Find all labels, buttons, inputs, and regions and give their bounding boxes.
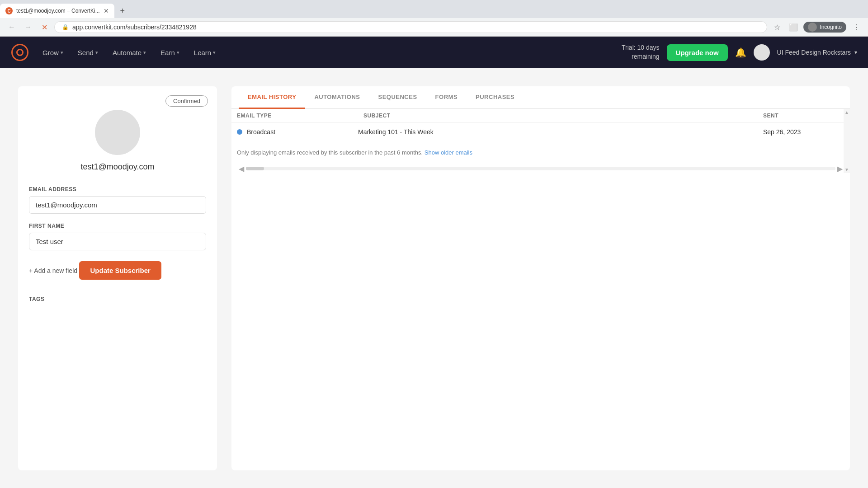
trial-info: Trial: 10 days remaining (622, 43, 660, 61)
close-tab-button[interactable]: ✕ (104, 7, 109, 14)
subscriber-avatar (95, 110, 140, 155)
table-row: Broadcast Marketing 101 - This Week Sep … (231, 122, 850, 141)
chevron-down-icon: ▾ (143, 50, 146, 56)
logo-inner (16, 49, 24, 56)
incognito-label: Incognito (820, 24, 842, 30)
menu-icon[interactable]: ⋮ (850, 21, 863, 33)
row-subject: Marketing 101 - This Week (358, 128, 763, 136)
nav-item-grow[interactable]: Grow ▾ (36, 45, 70, 60)
chevron-down-icon: ▾ (213, 50, 216, 56)
column-email-type: EMAIL TYPE (237, 113, 363, 119)
email-address-label: EMAIL ADDRESS (29, 186, 206, 192)
nav-item-send[interactable]: Send ▾ (71, 45, 104, 60)
tags-label: TAGS (29, 296, 206, 302)
user-avatar (754, 44, 770, 61)
header-right: Trial: 10 days remaining Upgrade now 🔔 U… (622, 43, 857, 61)
trial-line1: Trial: 10 days (622, 43, 660, 52)
cast-icon[interactable]: ⬜ (787, 21, 800, 33)
scroll-track-vertical (844, 116, 850, 166)
chevron-down-icon: ▾ (95, 50, 98, 56)
scroll-up-button[interactable]: ▲ (844, 109, 850, 116)
back-button[interactable]: ← (5, 21, 18, 33)
nav-item-earn[interactable]: Earn ▾ (154, 45, 186, 60)
notification-bell-icon[interactable]: 🔔 (735, 47, 746, 58)
incognito-badge: Incognito (803, 22, 846, 33)
incognito-icon (808, 23, 817, 32)
add-field-link[interactable]: + Add a new field (29, 267, 77, 274)
scroll-track (246, 167, 835, 170)
new-tab-button[interactable]: + (116, 5, 129, 17)
reload-button[interactable]: ✕ (38, 21, 51, 33)
nav-item-automate[interactable]: Automate ▾ (106, 45, 152, 60)
bookmark-icon[interactable]: ☆ (771, 21, 783, 33)
email-history-container: EMAIL TYPE SUBJECT SENT Broadcast Market… (231, 109, 850, 173)
status-badge: Confirmed (165, 95, 208, 107)
broadcast-dot-icon (237, 129, 242, 135)
main-nav: Grow ▾ Send ▾ Automate ▾ Earn ▾ Learn ▾ (36, 45, 622, 60)
tab-sequences[interactable]: SEQUENCES (369, 86, 426, 109)
vertical-scrollbar: ▲ ▼ (844, 109, 850, 173)
update-subscriber-button[interactable]: Update Subscriber (79, 261, 161, 280)
first-name-field[interactable] (29, 233, 206, 250)
nav-item-learn[interactable]: Learn ▾ (188, 45, 222, 60)
tab-email-history[interactable]: EMAIL HISTORY (239, 86, 305, 109)
user-name: UI Feed Design Rockstars (777, 49, 851, 56)
favicon: C (5, 7, 13, 14)
lock-icon: 🔒 (62, 24, 69, 30)
chevron-down-icon: ▾ (61, 50, 63, 56)
row-email-type: Broadcast (237, 128, 358, 136)
user-menu[interactable]: UI Feed Design Rockstars ▾ (777, 49, 857, 56)
tab-automations[interactable]: AUTOMATIONS (305, 86, 369, 109)
tabs-row: EMAIL HISTORY AUTOMATIONS SEQUENCES FORM… (231, 86, 850, 109)
subscriber-panel: Confirmed test1@moodjoy.com EMAIL ADDRES… (18, 86, 217, 470)
tab-forms[interactable]: FORMS (426, 86, 467, 109)
app-logo[interactable] (11, 43, 29, 61)
forward-button[interactable]: → (22, 21, 34, 33)
subscriber-email-display: test1@moodjoy.com (29, 162, 206, 172)
user-menu-chevron-icon: ▾ (854, 49, 857, 56)
scroll-left-button[interactable]: ◀ (237, 164, 246, 173)
app-header: Grow ▾ Send ▾ Automate ▾ Earn ▾ Learn ▾ … (0, 37, 868, 68)
tab-bar: C test1@moodjoy.com – ConvertKi... ✕ + (0, 0, 868, 18)
horizontal-scroll-area: ◀ ▶ (237, 164, 844, 173)
scroll-down-button[interactable]: ▼ (844, 166, 850, 173)
column-subject: SUBJECT (363, 113, 763, 119)
address-bar[interactable]: 🔒 app.convertkit.com/subscribers/2334821… (54, 21, 767, 33)
browser-window: C test1@moodjoy.com – ConvertKi... ✕ + ←… (0, 0, 868, 37)
tab-purchases[interactable]: PURCHASES (467, 86, 524, 109)
email-address-field[interactable] (29, 196, 206, 214)
chevron-down-icon: ▾ (177, 50, 179, 56)
table-header: EMAIL TYPE SUBJECT SENT (231, 109, 850, 122)
active-tab[interactable]: C test1@moodjoy.com – ConvertKi... ✕ (0, 4, 114, 18)
row-sent: Sep 26, 2023 (763, 128, 844, 136)
trial-line2: remaining (622, 52, 660, 61)
scroll-thumb (246, 167, 264, 170)
show-older-emails-link[interactable]: Show older emails (425, 149, 472, 156)
browser-nav: ← → ✕ 🔒 app.convertkit.com/subscribers/2… (0, 18, 868, 37)
column-sent: SENT (763, 113, 844, 119)
scroll-right-button[interactable]: ▶ (835, 164, 844, 173)
notice-text: Only displaying emails received by this … (231, 141, 850, 161)
tab-title: test1@moodjoy.com – ConvertKi... (16, 8, 100, 14)
subscriber-detail-panel: EMAIL HISTORY AUTOMATIONS SEQUENCES FORM… (231, 86, 850, 470)
nav-actions: ☆ ⬜ Incognito ⋮ (771, 21, 863, 33)
logo-circle (11, 44, 28, 61)
first-name-label: FIRST NAME (29, 223, 206, 229)
main-content: Confirmed test1@moodjoy.com EMAIL ADDRES… (0, 68, 868, 488)
upgrade-button[interactable]: Upgrade now (667, 44, 728, 61)
url-display: app.convertkit.com/subscribers/233482192… (72, 23, 197, 31)
